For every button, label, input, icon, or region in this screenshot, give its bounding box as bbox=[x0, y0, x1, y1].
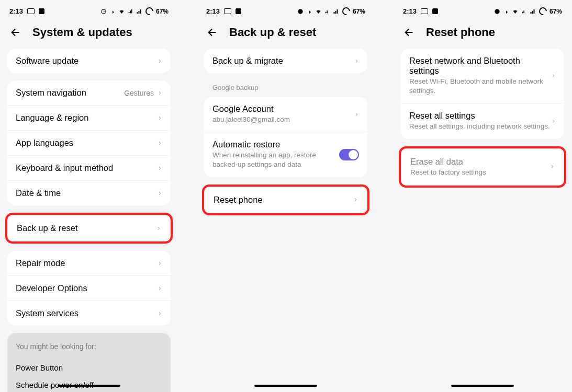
row-subtitle: Reset to factory settings bbox=[410, 168, 549, 177]
status-time: 2:13 bbox=[206, 7, 220, 15]
wifi-icon bbox=[511, 8, 519, 15]
row-subtitle: Reset Wi-Fi, Bluetooth and mobile networ… bbox=[409, 77, 551, 96]
battery-ring-icon bbox=[144, 6, 155, 17]
row-subtitle: Reset all settings, including network se… bbox=[409, 122, 551, 131]
row-backup-reset[interactable]: Back up & reset bbox=[8, 216, 170, 240]
row-reset-all[interactable]: Reset all settings Reset all settings, i… bbox=[401, 103, 564, 139]
chevron-right-icon bbox=[157, 190, 162, 197]
settings-group-1: Software update bbox=[7, 49, 171, 73]
chevron-right-icon bbox=[157, 310, 162, 317]
notif-icon-2 bbox=[432, 8, 438, 14]
row-erase-all-data[interactable]: Erase all data Reset to factory settings bbox=[402, 149, 563, 185]
signal-icon-2 bbox=[333, 8, 340, 15]
nav-handle[interactable] bbox=[254, 385, 317, 387]
row-date-time[interactable]: Date & time bbox=[7, 181, 171, 205]
battery-ring-icon bbox=[537, 6, 548, 17]
notif-icon bbox=[421, 8, 428, 14]
bluetooth-icon bbox=[503, 8, 509, 15]
chevron-right-icon bbox=[157, 285, 162, 292]
chevron-right-icon bbox=[156, 225, 161, 232]
row-keyboard-input[interactable]: Keyboard & input method bbox=[7, 156, 171, 181]
row-label: Date & time bbox=[16, 188, 157, 198]
page-title: Reset phone bbox=[426, 26, 495, 39]
nav-handle[interactable] bbox=[58, 385, 120, 387]
chevron-right-icon bbox=[157, 89, 162, 97]
row-label: Back up & migrate bbox=[212, 56, 354, 66]
back-button[interactable] bbox=[206, 26, 219, 39]
notif-icon bbox=[27, 8, 35, 14]
signal-icon-2 bbox=[530, 8, 536, 15]
phone-screen-2: 2:13 67% Back up & reset Back up & migra… bbox=[197, 0, 375, 392]
back-button[interactable] bbox=[403, 26, 416, 39]
suggest-panel: You might be looking for: Power Button S… bbox=[7, 333, 171, 392]
row-system-services[interactable]: System services bbox=[7, 301, 171, 326]
suggest-item[interactable]: Schedule power on/off bbox=[16, 376, 162, 392]
row-automatic-restore[interactable]: Automatic restore When reinstalling an a… bbox=[204, 132, 367, 177]
back-button[interactable] bbox=[9, 26, 22, 39]
row-label: Reset phone bbox=[214, 195, 353, 205]
status-bar: 2:13 67% bbox=[197, 0, 375, 19]
signal-icon-2 bbox=[136, 8, 143, 15]
row-label: Google Account bbox=[212, 104, 354, 114]
row-label: Reset all settings bbox=[409, 111, 551, 121]
row-google-account[interactable]: Google Account abu.jaleel30@gmail.com bbox=[204, 97, 367, 132]
suggest-item[interactable]: Power Button bbox=[16, 359, 162, 376]
row-language-region[interactable]: Language & region bbox=[7, 106, 171, 131]
battery-text: 67% bbox=[156, 8, 169, 15]
page-title: System & updates bbox=[32, 26, 132, 39]
toggle-switch[interactable] bbox=[339, 149, 359, 160]
row-app-languages[interactable]: App languages bbox=[7, 131, 171, 156]
signal-icon bbox=[522, 8, 527, 15]
row-label: Automatic restore bbox=[212, 140, 339, 149]
alarm-icon bbox=[100, 8, 107, 15]
page-title: Back up & reset bbox=[229, 26, 316, 39]
chevron-right-icon bbox=[551, 72, 556, 79]
settings-group: Reset network and Bluetooth settings Res… bbox=[401, 49, 564, 139]
status-bar: 2:13 67% bbox=[0, 0, 178, 19]
settings-group-3: Repair mode Developer Options System ser… bbox=[7, 251, 171, 326]
row-system-navigation[interactable]: System navigation Gestures bbox=[7, 80, 171, 106]
row-subtitle: When reinstalling an app, restore backed… bbox=[212, 151, 339, 169]
chevron-right-icon bbox=[551, 118, 556, 125]
row-backup-migrate[interactable]: Back up & migrate bbox=[204, 49, 367, 73]
row-repair-mode[interactable]: Repair mode bbox=[7, 251, 171, 276]
highlight-box: Back up & reset bbox=[5, 213, 173, 244]
chevron-right-icon bbox=[354, 57, 359, 65]
signal-icon bbox=[128, 8, 133, 15]
page-header: Back up & reset bbox=[197, 19, 375, 49]
highlight-box: Erase all data Reset to factory settings bbox=[399, 146, 566, 188]
chevron-right-icon bbox=[157, 140, 162, 147]
signal-icon bbox=[325, 8, 330, 15]
alarm-icon bbox=[494, 8, 501, 15]
battery-ring-icon bbox=[341, 6, 352, 17]
chevron-right-icon bbox=[157, 260, 162, 267]
settings-group-2: System navigation Gestures Language & re… bbox=[7, 80, 171, 205]
notif-icon bbox=[224, 8, 231, 14]
settings-group-2: Google Account abu.jaleel30@gmail.com Au… bbox=[204, 97, 367, 177]
chevron-right-icon bbox=[157, 114, 162, 122]
row-label: Reset network and Bluetooth settings bbox=[409, 56, 551, 76]
row-reset-network[interactable]: Reset network and Bluetooth settings Res… bbox=[401, 49, 564, 103]
row-label: System services bbox=[16, 308, 157, 318]
row-label: Language & region bbox=[16, 113, 157, 123]
bluetooth-icon bbox=[307, 8, 312, 15]
chevron-right-icon bbox=[157, 57, 162, 65]
status-time: 2:13 bbox=[403, 7, 417, 15]
row-label: Keyboard & input method bbox=[16, 163, 157, 173]
status-bar: 2:13 67% bbox=[394, 0, 571, 19]
row-label: App languages bbox=[16, 138, 157, 148]
chevron-right-icon bbox=[353, 196, 358, 203]
row-developer-options[interactable]: Developer Options bbox=[7, 276, 171, 301]
phone-screen-3: 2:13 67% Reset phone Reset network and B… bbox=[394, 0, 571, 392]
row-reset-phone[interactable]: Reset phone bbox=[205, 188, 366, 212]
battery-text: 67% bbox=[353, 8, 365, 15]
bluetooth-icon bbox=[110, 8, 115, 15]
row-software-update[interactable]: Software update bbox=[7, 49, 171, 73]
suggest-heading: You might be looking for: bbox=[16, 342, 162, 351]
chevron-right-icon bbox=[354, 111, 359, 118]
wifi-icon bbox=[315, 8, 322, 15]
page-header: Reset phone bbox=[394, 19, 571, 49]
nav-handle[interactable] bbox=[451, 385, 514, 387]
battery-text: 67% bbox=[549, 8, 562, 15]
page-header: System & updates bbox=[0, 19, 178, 49]
